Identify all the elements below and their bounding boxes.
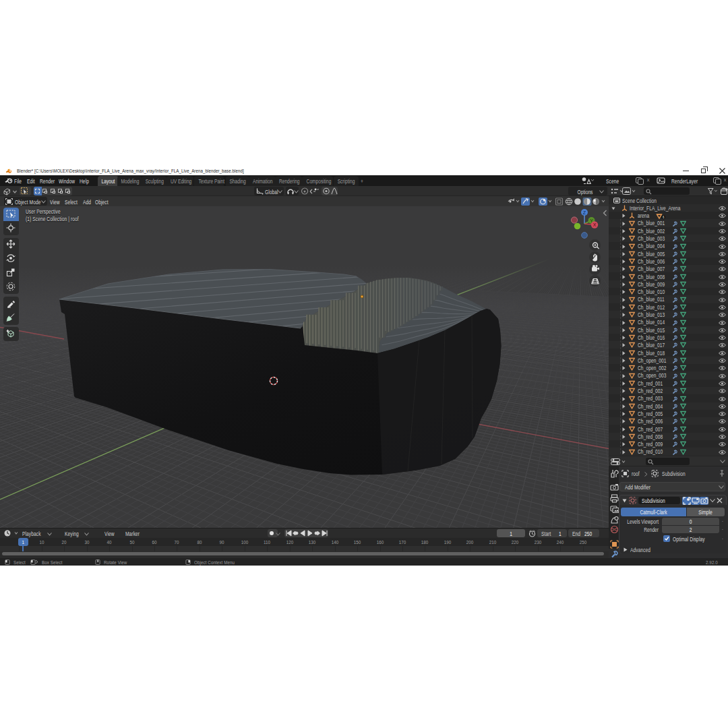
svg-text:X: X xyxy=(593,222,597,227)
svg-text:Z: Z xyxy=(583,210,586,215)
